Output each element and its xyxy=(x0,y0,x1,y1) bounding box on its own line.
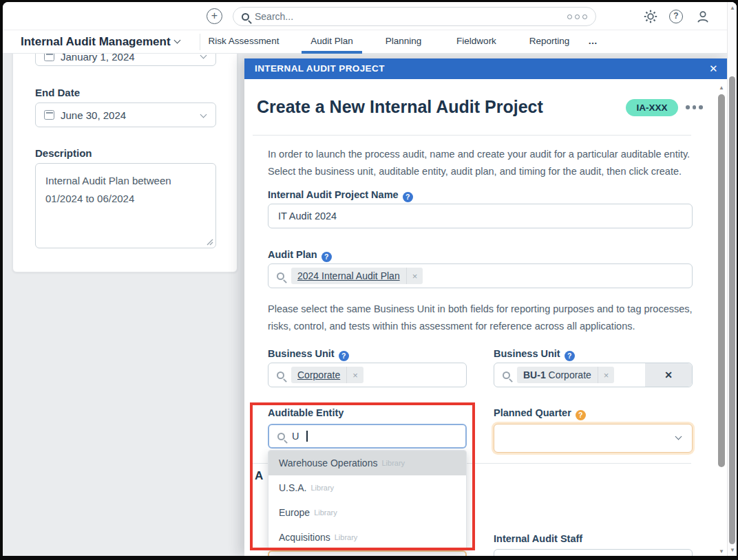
scrollbar-thumb[interactable] xyxy=(718,94,725,467)
top-bar: + ? xyxy=(3,2,737,30)
search-options-icon[interactable] xyxy=(567,14,587,19)
resize-handle-icon[interactable] xyxy=(207,239,213,246)
option-name: Warehouse Operations xyxy=(279,457,377,469)
end-date-label: End Date xyxy=(35,87,80,98)
project-name-label-text: Internal Audit Project Name xyxy=(268,189,399,200)
business-unit-right-tag-text: BU-1 Corporate xyxy=(517,369,598,380)
remove-tag-icon[interactable]: × xyxy=(406,268,423,284)
scroll-up-icon[interactable]: ▲ xyxy=(717,85,726,91)
search-input[interactable] xyxy=(255,11,567,22)
planned-quarter-label-text: Planned Quarter xyxy=(494,407,571,418)
scrollbar-thumb[interactable] xyxy=(729,76,735,544)
audit-plan-select[interactable]: 2024 Internal Audit Plan × xyxy=(268,263,693,288)
scroll-down-icon[interactable]: ▼ xyxy=(728,547,737,553)
description-label: Description xyxy=(35,147,92,159)
option-name: Acquisitions xyxy=(279,532,330,543)
dropdown-option[interactable]: Acquisitions Library xyxy=(268,525,466,550)
internal-audit-project-modal: INTERNAL AUDIT PROJECT ✕ Create a New In… xyxy=(244,58,727,556)
description-value: Internal Audit Plan between 01/2024 to 0… xyxy=(36,164,215,216)
business-unit-left-tag: Corporate × xyxy=(291,367,363,383)
help-icon[interactable]: ? xyxy=(669,10,684,25)
divider xyxy=(200,34,200,50)
business-unit-left-select[interactable]: Corporate × xyxy=(268,363,467,387)
project-name-input[interactable]: IT Audit 2024 xyxy=(268,204,693,228)
tag-prefix: BU-1 xyxy=(523,369,546,380)
app-window: + ? xyxy=(3,2,737,556)
tab-more-icon[interactable]: … xyxy=(582,30,603,54)
more-options-icon[interactable] xyxy=(686,105,703,109)
chevron-down-icon xyxy=(174,37,181,44)
scroll-up-icon[interactable]: ▲ xyxy=(728,5,737,11)
browser-scrollbar[interactable]: ▲ ▼ xyxy=(727,2,737,556)
search-icon xyxy=(503,371,510,379)
audit-plan-label-text: Audit Plan xyxy=(268,249,317,260)
dropdown-option[interactable]: Warehouse Operations Library xyxy=(268,451,466,475)
project-name-label: Internal Audit Project Name? xyxy=(268,189,413,202)
auditable-entity-label: Auditable Entity xyxy=(268,407,344,418)
search-icon xyxy=(277,433,285,440)
modal-header: INTERNAL AUDIT PROJECT ✕ xyxy=(244,58,727,79)
module-title[interactable]: Internal Audit Management xyxy=(21,35,171,49)
dropdown-option[interactable]: Europe Library xyxy=(268,500,466,525)
planned-quarter-select[interactable] xyxy=(494,424,693,453)
tab-risk-assessment[interactable]: Risk Assessment xyxy=(207,30,281,54)
auditable-entity-select-hidden[interactable] xyxy=(268,550,467,556)
auditable-entity-dropdown: Warehouse Operations Library U.S.A. Libr… xyxy=(268,450,467,550)
tab-reporting[interactable]: Reporting xyxy=(520,30,578,54)
search-icon xyxy=(277,272,284,280)
internal-audit-staff-input[interactable] xyxy=(494,549,693,556)
business-unit-right-label-text: Business Unit xyxy=(494,348,560,359)
auditable-entity-search-input[interactable]: U xyxy=(268,424,467,449)
close-icon[interactable]: ✕ xyxy=(709,58,718,79)
help-icon[interactable]: ? xyxy=(403,192,413,202)
planned-quarter-label: Planned Quarter? xyxy=(494,407,586,420)
option-suffix: Library xyxy=(335,533,358,541)
calendar-icon xyxy=(44,110,54,120)
modal-intro-text: In order to launch the process audit, na… xyxy=(268,146,697,180)
business-unit-right-tag: BU-1 Corporate × xyxy=(517,367,614,383)
help-icon[interactable]: ? xyxy=(339,351,349,361)
remove-tag-icon[interactable]: × xyxy=(346,367,363,383)
tab-fieldwork[interactable]: Fieldwork xyxy=(446,30,507,54)
divider xyxy=(253,135,691,136)
business-unit-left-tag-text: Corporate xyxy=(291,369,346,380)
auditable-entity-query: U xyxy=(292,431,299,442)
audit-plan-tag: 2024 Internal Audit Plan × xyxy=(291,268,423,284)
global-search[interactable] xyxy=(233,7,596,26)
help-icon[interactable]: ? xyxy=(565,351,575,361)
option-suffix: Library xyxy=(314,508,337,517)
clear-field-button[interactable]: ✕ xyxy=(645,363,692,387)
modal-scrollbar[interactable]: ▲ ▼ xyxy=(717,83,726,556)
project-id-badge: IA-XXX xyxy=(626,99,678,116)
audit-plan-tag-text: 2024 Internal Audit Plan xyxy=(291,270,406,281)
user-profile-icon[interactable] xyxy=(695,9,710,24)
business-unit-note: Please select the same Business Unit in … xyxy=(268,301,697,335)
text-cursor xyxy=(306,431,308,442)
tab-audit-plan[interactable]: Audit Plan xyxy=(302,30,362,54)
option-name: U.S.A. xyxy=(279,482,306,493)
business-unit-left-label-text: Business Unit xyxy=(268,348,335,359)
help-icon[interactable]: ? xyxy=(576,410,586,420)
tab-planning[interactable]: Planning xyxy=(375,30,432,54)
add-icon[interactable]: + xyxy=(207,8,222,24)
description-textarea[interactable]: Internal Audit Plan between 01/2024 to 0… xyxy=(35,163,216,248)
end-date-field[interactable]: June 30, 2024 xyxy=(35,103,216,127)
business-unit-left-label: Business Unit? xyxy=(268,348,349,361)
settings-gear-icon[interactable] xyxy=(643,9,658,24)
help-icon[interactable]: ? xyxy=(321,252,332,262)
end-date-value: June 30, 2024 xyxy=(61,109,126,121)
dropdown-option[interactable]: U.S.A. Library xyxy=(268,475,466,500)
chevron-down-icon xyxy=(675,433,682,440)
option-suffix: Library xyxy=(310,484,334,492)
hidden-section-heading-partial: A xyxy=(255,469,263,483)
modal-header-title: INTERNAL AUDIT PROJECT xyxy=(255,63,385,74)
business-unit-right-select[interactable]: BU-1 Corporate × ✕ xyxy=(494,363,693,387)
tag-label: Corporate xyxy=(549,369,591,380)
modal-title: Create a New Internal Audit Project xyxy=(257,97,543,117)
option-suffix: Library xyxy=(381,459,405,467)
screen: + ? xyxy=(0,0,738,560)
remove-tag-icon[interactable]: × xyxy=(598,367,615,383)
scroll-down-icon[interactable]: ▼ xyxy=(717,548,726,554)
business-unit-right-label: Business Unit? xyxy=(494,348,575,361)
option-name: Europe xyxy=(279,507,310,518)
